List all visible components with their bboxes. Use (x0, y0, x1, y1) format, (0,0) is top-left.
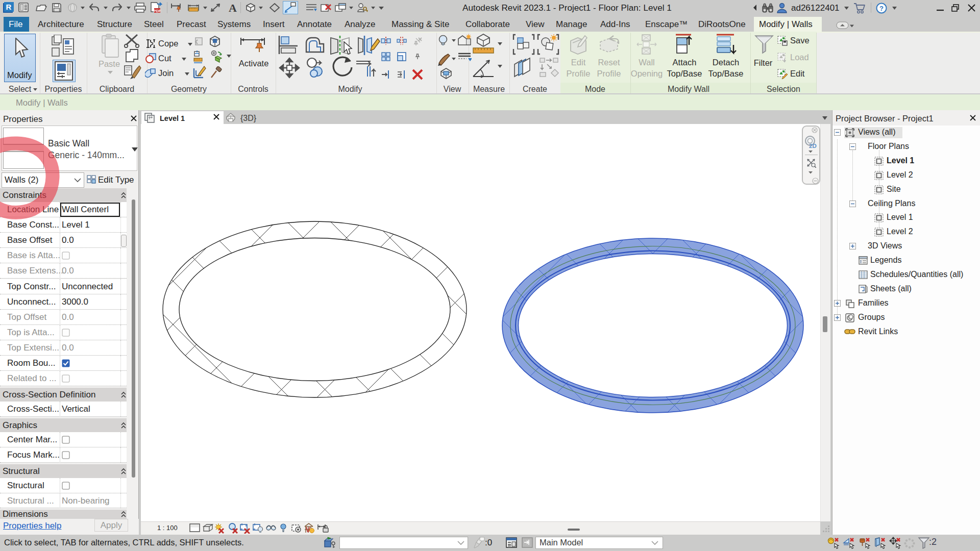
svg-text:A: A (229, 2, 237, 13)
svg-text:PDF: PDF (154, 9, 161, 13)
svg-text:R: R (6, 3, 12, 11)
svg-text:?: ? (879, 5, 884, 12)
